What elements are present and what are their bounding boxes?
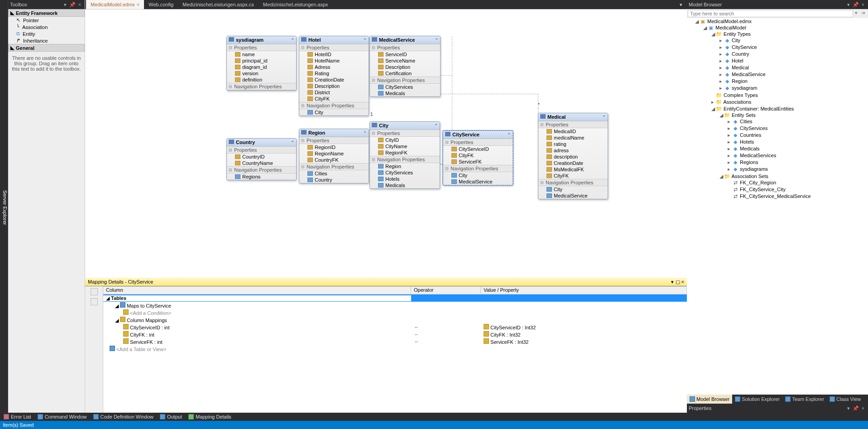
mb-close-icon[interactable]: ×: [860, 0, 866, 9]
tree-item[interactable]: ⇄ FK_CityService_MedicalService: [726, 193, 868, 200]
tree-item[interactable]: ▸◆ MedicalService: [718, 71, 868, 78]
entity-cityservice[interactable]: CityService⌃PropertiesCityServiceIDCityF…: [443, 130, 513, 185]
entity-navprop[interactable]: City: [443, 172, 513, 178]
props-dropdown-icon[interactable]: ▾: [845, 404, 852, 413]
toolbox-section-ef[interactable]: ◣Entity Framework: [8, 9, 85, 17]
entity-prop[interactable]: CityFK: [538, 173, 608, 179]
entity-prop[interactable]: CityName: [370, 143, 440, 149]
entity-medical[interactable]: Medical⌃PropertiesMedicalIDmedicalNamera…: [538, 113, 608, 199]
rtab-class-view[interactable]: Class View: [827, 395, 863, 404]
tree-item[interactable]: ▸◆ Hotels: [726, 139, 868, 145]
otab-output[interactable]: Output: [157, 414, 185, 419]
entity-prop[interactable]: adress: [538, 147, 608, 154]
tree-item[interactable]: ▸◆ Regions: [726, 159, 868, 166]
entity-prop[interactable]: RegionFK: [370, 149, 440, 156]
entity-navprop[interactable]: Regions: [227, 174, 296, 180]
mb-pin-icon[interactable]: 📌: [853, 0, 859, 9]
entity-medicalservice[interactable]: MedicalService⌃PropertiesServiceIDServic…: [369, 36, 441, 97]
entity-sysdiagram[interactable]: sysdiagram⌃Propertiesnameprincipal_iddia…: [226, 36, 297, 91]
entity-prop[interactable]: Description: [299, 83, 369, 89]
toolbox-section-general[interactable]: ◣General: [8, 44, 85, 52]
entity-navprop[interactable]: City: [299, 109, 369, 116]
entity-prop[interactable]: Adress: [299, 64, 369, 70]
entity-navprop[interactable]: CityServices: [370, 169, 440, 176]
rtab-solution-explorer[interactable]: Solution Explorer: [732, 395, 782, 404]
tree-item[interactable]: ⇄ FK_CityService_City: [726, 186, 868, 193]
tree-item[interactable]: ▸◆ Cities: [726, 118, 868, 125]
entity-prop[interactable]: CreationDate: [538, 160, 608, 166]
tree-item[interactable]: ▸◆ CityServices: [726, 125, 868, 132]
tree-item[interactable]: ▸◆ sysdiagram: [718, 85, 868, 92]
toolbox-item-association[interactable]: ╰Association: [8, 24, 85, 30]
mapping-column-row[interactable]: ServiceFK : int ↔ ServiceFK : Int32: [103, 338, 687, 345]
mapping-row-colmappings[interactable]: ◢ Column Mappings: [103, 316, 687, 323]
search-go-icon[interactable]: ➜: [859, 10, 867, 17]
entity-navprop[interactable]: Medicals: [370, 90, 440, 96]
tab-medicalmodel[interactable]: MedicalModel.edmx×: [86, 0, 144, 9]
entity-prop[interactable]: Description: [370, 64, 440, 70]
entity-city[interactable]: City⌃PropertiesCityIDCityNameRegionFKNav…: [369, 121, 440, 189]
mapping-dropdown-icon[interactable]: ▾: [671, 279, 674, 284]
entity-prop[interactable]: RegionID: [299, 144, 369, 150]
entity-country[interactable]: Country⌃PropertiesCountryIDCountryNameNa…: [226, 138, 297, 180]
edmx-designer-canvas[interactable]: 1 * 1 * 1 * 1 * 0..1 1 0..1 * * sysdiagr…: [85, 10, 687, 278]
tree-item[interactable]: ▸◆ MedicalServices: [726, 152, 868, 159]
tree-item[interactable]: ▸◆ Country: [718, 51, 868, 58]
toolbox-item-pointer[interactable]: ↖Pointer: [8, 17, 85, 24]
entity-navprop[interactable]: Country: [299, 177, 369, 183]
mapping-row-mapsto[interactable]: ◢ Maps to CityService: [103, 302, 687, 309]
toolbox-dropdown-icon[interactable]: ▾: [62, 0, 68, 9]
tree-item[interactable]: ▸◆ Medical: [718, 64, 868, 71]
entity-prop[interactable]: MedicalID: [538, 128, 608, 135]
entity-prop[interactable]: CityID: [370, 137, 440, 143]
rtab-team-explorer[interactable]: Team Explorer: [782, 395, 827, 404]
otab-error-list[interactable]: Error List: [1, 414, 34, 419]
mapping-window-icon[interactable]: ▢: [676, 279, 680, 284]
search-dropdown-icon[interactable]: ▾: [853, 10, 859, 17]
entity-prop[interactable]: CountryName: [227, 160, 296, 166]
entity-prop[interactable]: MsMedicalFK: [538, 166, 608, 173]
entity-prop[interactable]: diagram_id: [227, 64, 296, 70]
entity-hotel[interactable]: Hotel⌃PropertiesHotelIDHotelNameAdressRa…: [299, 36, 369, 116]
mapping-close-icon[interactable]: ×: [681, 279, 684, 284]
entity-prop[interactable]: HotelID: [299, 51, 369, 58]
tree-item[interactable]: ▸◆ Countries: [726, 132, 868, 139]
entity-prop[interactable]: description: [538, 154, 608, 160]
mapping-row-addcondition[interactable]: <Add a Condition>: [103, 309, 687, 316]
toolbox-close-icon[interactable]: ×: [77, 0, 83, 9]
entity-navprop[interactable]: MedicalService: [538, 193, 608, 199]
entity-prop[interactable]: principal_id: [227, 58, 296, 64]
entity-prop[interactable]: ServiceID: [370, 51, 440, 58]
entity-prop[interactable]: CityFK: [299, 96, 369, 102]
entity-region[interactable]: Region⌃PropertiesRegionIDRegionNameCount…: [299, 129, 369, 183]
entity-navprop[interactable]: Region: [370, 163, 440, 169]
tabs-overflow-icon[interactable]: ▾: [675, 0, 687, 9]
tree-item[interactable]: ▸◆ CityService: [718, 44, 868, 51]
entity-navprop[interactable]: CityServices: [370, 84, 440, 90]
entity-navprop[interactable]: Medicals: [370, 182, 440, 188]
entity-prop[interactable]: HotelName: [299, 58, 369, 64]
tab-webconfig[interactable]: Web.config: [144, 0, 178, 9]
tree-item[interactable]: ▸◆ sysdiagrams: [726, 166, 868, 173]
entity-prop[interactable]: name: [227, 51, 296, 58]
toolbox-item-entity[interactable]: ⧉Entity: [8, 30, 85, 37]
toolbox-item-inheritance[interactable]: ↱Inheritance: [8, 37, 85, 44]
entity-prop[interactable]: CountryFK: [299, 157, 369, 163]
server-explorer-rail[interactable]: Server Explorer: [0, 0, 8, 413]
otab-command-window[interactable]: Command Window: [35, 414, 90, 419]
props-close-icon[interactable]: ×: [860, 404, 866, 413]
entity-prop[interactable]: medicalName: [538, 135, 608, 141]
tree-item[interactable]: ▸◆ Medicals: [726, 145, 868, 152]
entity-prop[interactable]: version: [227, 70, 296, 77]
otab-mapping-details[interactable]: Mapping Details: [186, 414, 234, 419]
entity-prop[interactable]: CountryID: [227, 154, 296, 160]
tree-item[interactable]: ▸◆ City: [718, 37, 868, 44]
entity-prop[interactable]: definition: [227, 77, 296, 83]
tree-item[interactable]: ▸◆ Region: [718, 78, 868, 85]
mapping-table-mode-icon[interactable]: [91, 288, 98, 295]
mapping-column-row[interactable]: CityFK : int ↔ CityFK : Int32: [103, 331, 687, 338]
entity-prop[interactable]: District: [299, 89, 369, 96]
entity-prop[interactable]: CityFK: [443, 152, 513, 159]
entity-navprop[interactable]: Cities: [299, 170, 369, 177]
entity-prop[interactable]: ServiceName: [370, 58, 440, 64]
